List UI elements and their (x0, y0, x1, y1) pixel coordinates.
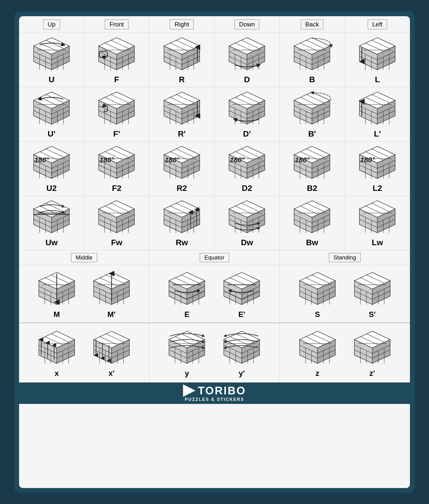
lower-header-equator: Equator (149, 250, 280, 265)
logo-container: TORIBO PUZZLES & STICKERS (183, 384, 246, 402)
move-label-B: B (309, 75, 315, 84)
move-label-Lprime: L' (374, 129, 381, 138)
cube-Dw (223, 198, 271, 236)
svg-text:180°: 180° (295, 156, 310, 164)
move-cell-Dw: Dw (214, 196, 280, 250)
brand-sub: PUZZLES & STICKERS (185, 397, 244, 402)
rotation-group-y: y (149, 323, 280, 382)
lower-move-label-S: S (315, 310, 320, 319)
rotation-move-label-zprime: z' (369, 369, 375, 378)
move-label-U: U (49, 75, 54, 84)
lower-header-middle: Middle (19, 250, 149, 265)
rotation-group-x: x (19, 323, 149, 382)
rotation-move-zprime: z' (349, 329, 396, 378)
cube-E (163, 270, 211, 308)
footer: TORIBO PUZZLES & STICKERS (19, 382, 410, 404)
move-label-D2: D2 (242, 184, 252, 193)
column-headers: Up Front Right Down Back Left (19, 16, 410, 33)
cube-F (93, 35, 140, 73)
move-cell-Dprime: D' (214, 87, 280, 141)
move-label-Uprime: U' (48, 129, 55, 138)
cube-U2: 180° (28, 144, 75, 182)
cube-B2: 180° (288, 144, 336, 182)
move-label-R2: R2 (177, 184, 187, 193)
rotation-move-xprime: x' (88, 329, 135, 378)
cube-xprime (88, 329, 135, 367)
cube-z (294, 329, 341, 367)
move-cell-R: R (149, 33, 214, 87)
move-label-B2: B2 (307, 184, 317, 193)
move-label-D: D (244, 75, 250, 84)
move-label-Lw: Lw (372, 238, 383, 247)
move-label-Bw: Bw (306, 238, 318, 247)
cube-Lprime (353, 90, 401, 128)
cube-Fw (93, 198, 140, 236)
move-cell-R2: 180° R2 (149, 141, 214, 196)
cube-L (353, 35, 401, 73)
move-label-R: R (179, 75, 185, 84)
lower-moves: M (19, 265, 410, 323)
lower-move-S: S (294, 270, 341, 319)
move-label-U2: U2 (46, 184, 56, 193)
move-cell-Uprime: U' (19, 87, 84, 141)
svg-text:180°: 180° (99, 156, 114, 164)
move-cell-Bw: Bw (280, 196, 345, 250)
move-label-Uw: Uw (45, 238, 58, 247)
move-cell-B2: 180° B2 (280, 141, 345, 196)
svg-marker-560 (183, 384, 196, 397)
lower-group-middle: M (19, 265, 149, 323)
col-header-up: Up (19, 16, 84, 33)
lower-group-equator: E (149, 265, 280, 323)
lower-section: Middle Equator Standing (19, 250, 410, 323)
col-header-front-label: Front (105, 19, 128, 29)
move-label-F: F (114, 75, 119, 84)
svg-text:180°: 180° (165, 156, 180, 164)
cube-Rw (158, 198, 206, 236)
rotation-move-label-yprime: y' (239, 369, 245, 378)
move-label-Dprime: D' (243, 129, 251, 138)
col-header-down: Down (214, 16, 280, 33)
cube-Sprime (349, 270, 396, 308)
move-cell-D: D (214, 33, 280, 87)
cube-zprime (349, 329, 396, 367)
logo-top: TORIBO (183, 384, 246, 397)
move-cell-Uw: Uw (19, 196, 84, 250)
col-header-front: Front (84, 16, 149, 33)
move-label-Bprime: B' (308, 129, 316, 138)
brand-name: TORIBO (198, 384, 246, 397)
cube-D (223, 35, 271, 73)
move-cell-Fw: Fw (84, 196, 149, 250)
cube-y (163, 329, 211, 367)
rotation-move-yprime: y' (218, 329, 266, 378)
svg-text:180°: 180° (34, 156, 49, 164)
lower-move-M: M (33, 270, 80, 319)
cube-Bprime (288, 90, 336, 128)
svg-text:180°: 180° (230, 156, 245, 164)
move-cell-Lw: Lw (345, 196, 410, 250)
svg-text:180°: 180° (360, 156, 375, 164)
col-header-left-label: Left (368, 19, 387, 29)
cube-S (294, 270, 341, 308)
lower-header-standing: Standing (280, 250, 410, 265)
rotation-group-z: z (280, 323, 410, 382)
cube-D2: 180° (223, 144, 271, 182)
cube-B (288, 35, 336, 73)
cube-R2: 180° (158, 144, 206, 182)
move-cell-U2: 180° U2 (19, 141, 84, 196)
move-cell-Bprime: B' (280, 87, 345, 141)
rotation-move-label-y: y (185, 369, 189, 378)
rotation-move-y: y (163, 329, 211, 378)
rotation-move-label-x: x (54, 369, 59, 378)
move-cell-Lprime: L' (345, 87, 410, 141)
lower-move-label-M: M (54, 310, 60, 319)
cube-Rprime (158, 90, 206, 128)
col-header-left: Left (345, 16, 410, 33)
cube-Mprime (88, 270, 135, 308)
cube-x (33, 329, 80, 367)
lower-move-Sprime: S' (349, 270, 396, 319)
cube-Eprime (218, 270, 266, 308)
rotation-section: x (19, 323, 410, 382)
move-label-L: L (375, 75, 380, 84)
cube-Fprime (93, 90, 140, 128)
cube-Bw (288, 198, 336, 236)
